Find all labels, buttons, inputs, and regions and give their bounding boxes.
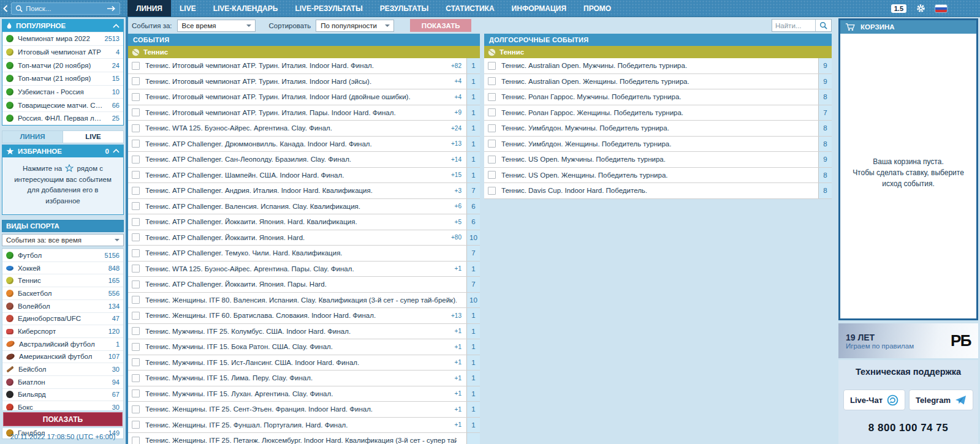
event-checkbox[interactable] [132,421,140,429]
event-row[interactable]: Теннис. WTA 125. Буэнос-Айрес. Аргентина… [128,121,480,137]
telegram-button[interactable]: Telegram [909,389,973,410]
gear-icon[interactable] [916,4,925,13]
event-checkbox[interactable] [488,77,496,85]
event-row[interactable]: Теннис. Australian Open. Женщины. Победи… [484,74,832,90]
event-row[interactable]: Теннис. Мужчины. ITF 15. Лухан. Аргентин… [128,386,480,402]
event-checkbox[interactable] [132,77,140,85]
find-input[interactable] [772,20,815,31]
event-checkbox[interactable] [132,374,140,382]
event-checkbox[interactable] [488,93,496,101]
popular-item[interactable]: Товарищеские матчи. Сбор... 66 [2,98,123,111]
event-row[interactable]: Теннис. ATP Challenger. Йоккаити. Япония… [128,277,480,293]
event-row[interactable]: Теннис. Уимблдон. Женщины. Победитель ту… [484,137,832,152]
event-row[interactable]: Теннис. Мужчины. ITF 15. Бока Ратон. США… [128,339,480,355]
sport-item[interactable]: Футбол 5156 [2,249,123,262]
event-row[interactable]: Теннис. WTA 125. Буэнос-Айрес. Аргентина… [128,262,480,277]
nav-tab[interactable]: ЛИНИЯ [127,0,171,17]
event-checkbox[interactable] [132,62,140,70]
event-checkbox[interactable] [132,437,140,444]
event-checkbox[interactable] [132,280,140,288]
event-row[interactable]: Теннис. ATP Challenger. Йоккаити. Япония… [128,230,480,246]
event-checkbox[interactable] [132,327,140,335]
event-row[interactable]: Теннис. ATP Challenger. Валенсия. Испани… [128,199,480,215]
tab-line[interactable]: ЛИНИЯ [2,130,63,143]
search-input[interactable] [26,5,104,12]
sport-item[interactable]: Единоборства/UFC 47 [2,312,123,325]
sport-item[interactable]: Бильярд 67 [2,388,123,401]
event-checkbox[interactable] [132,233,140,241]
event-row[interactable]: Теннис. Australian Open. Мужчины. Победи… [484,58,832,74]
event-row[interactable]: Теннис. ATP Challenger. Шампейн. США. In… [128,168,480,184]
event-row[interactable]: Теннис. Davis Cup. Indoor Hard. Победите… [484,183,832,199]
popular-item[interactable]: Топ-матчи (20 ноября) 24 [2,58,123,72]
sport-item[interactable]: Киберспорт 120 [2,325,123,337]
sport-item[interactable]: Американский футбол 107 [2,350,123,363]
tab-live[interactable]: LIVE [63,130,124,143]
event-row[interactable]: Теннис. Итоговый чемпионат ATP. Турин. И… [128,58,480,74]
event-checkbox[interactable] [132,358,140,366]
tennis-section-header[interactable]: Теннис [128,46,480,58]
find-search-button[interactable] [815,20,831,31]
event-row[interactable]: Теннис. ATP Challenger. Сан-Леополду. Бр… [128,152,480,168]
event-checkbox[interactable] [488,62,496,70]
events-period-select[interactable]: Все время [177,20,256,32]
event-row[interactable]: Теннис. Женщины. ITF 25. Петанж. Люксемб… [128,433,480,444]
event-checkbox[interactable] [132,265,140,273]
popular-item[interactable]: Россия. ФНЛ. Первая лига 25 [2,111,123,125]
nav-tab[interactable]: ИНФОРМАЦИЯ [503,0,575,17]
nav-tab[interactable]: LIVE-РЕЗУЛЬТАТЫ [286,0,371,17]
event-row[interactable]: Теннис. ATP Challenger. Темуко. Чили. Ha… [128,246,480,262]
event-row[interactable]: Теннис. Итоговый чемпионат ATP. Турин. И… [128,74,480,90]
event-row[interactable]: Теннис. Итоговый чемпионат ATP. Турин. И… [128,105,480,121]
sidebar-show-button[interactable]: ПОКАЗАТЬ [3,412,123,426]
collapse-sidebar-button[interactable] [0,0,11,17]
event-checkbox[interactable] [132,140,140,148]
event-checkbox[interactable] [488,171,496,179]
popular-item[interactable]: Чемпионат мира 2022 2513 [2,32,123,45]
event-checkbox[interactable] [132,389,140,397]
event-row[interactable]: Теннис. ATP Challenger. Дрюммонвилль. Ка… [128,137,480,152]
event-checkbox[interactable] [132,93,140,101]
event-row[interactable]: Теннис. Уимблдон. Мужчины. Победитель ту… [484,121,832,137]
popular-item[interactable]: Узбекистан - Россия 10 [2,85,123,99]
event-checkbox[interactable] [488,108,496,116]
event-checkbox[interactable] [132,171,140,179]
event-checkbox[interactable] [132,312,140,320]
nav-tab[interactable]: LIVE-КАЛЕНДАРЬ [205,0,287,17]
sport-item[interactable]: Волейбол 134 [2,299,123,312]
chevron-up-icon[interactable] [113,149,120,153]
event-row[interactable]: Теннис. Мужчины. ITF 15. Лима. Перу. Cla… [128,371,480,386]
sport-item[interactable]: Баскетбол 556 [2,287,123,299]
nav-tab[interactable]: РЕЗУЛЬТАТЫ [371,0,438,17]
chevron-up-icon[interactable] [113,24,120,28]
event-checkbox[interactable] [132,218,140,226]
event-row[interactable]: Теннис. Мужчины. ITF 15. Ист-Лансинг. СШ… [128,355,480,371]
event-checkbox[interactable] [488,156,496,164]
popular-item[interactable]: Итоговый чемпионат ATP 4 [2,45,123,59]
event-row[interactable]: Теннис. Ролан Гаррос. Мужчины. Победител… [484,89,832,105]
sport-item[interactable]: Теннис 165 [2,274,123,287]
event-checkbox[interactable] [132,249,140,257]
arrow-right-icon[interactable] [107,6,116,12]
sport-item[interactable]: Хоккей 848 [2,262,123,274]
popular-header[interactable]: ПОПУЛЯРНОЕ [2,20,123,32]
event-row[interactable]: Теннис. ATP Challenger. Йоккаити. Япония… [128,214,480,230]
event-row[interactable]: Теннис. US Open. Мужчины. Победитель тур… [484,152,832,168]
event-checkbox[interactable] [132,405,140,413]
event-checkbox[interactable] [488,187,496,195]
popular-item[interactable]: Топ-матчи (21 ноября) 15 [2,72,123,85]
sidebar-search-box[interactable] [11,2,120,15]
event-checkbox[interactable] [132,187,140,195]
event-row[interactable]: Теннис. Женщины. ITF 25. Сент-Этьен. Фра… [128,402,480,418]
event-row[interactable]: Теннис. Женщины. ITF 25. Фуншал. Португа… [128,418,480,434]
event-row[interactable]: Теннис. Мужчины. ITF 25. Колумбус. США. … [128,324,480,340]
event-row[interactable]: Теннис. Ролан Гаррос. Женщины. Победител… [484,105,832,121]
event-checkbox[interactable] [132,108,140,116]
event-row[interactable]: Теннис. Итоговый чемпионат ATP. Турин. И… [128,89,480,105]
event-checkbox[interactable] [132,343,140,351]
sport-item[interactable]: Биатлон 94 [2,375,123,388]
event-row[interactable]: Теннис. ATP Challenger. Андрия. Италия. … [128,183,480,199]
event-checkbox[interactable] [132,124,140,132]
live-chat-button[interactable]: Live-Чат [843,389,905,410]
event-checkbox[interactable] [488,140,496,148]
